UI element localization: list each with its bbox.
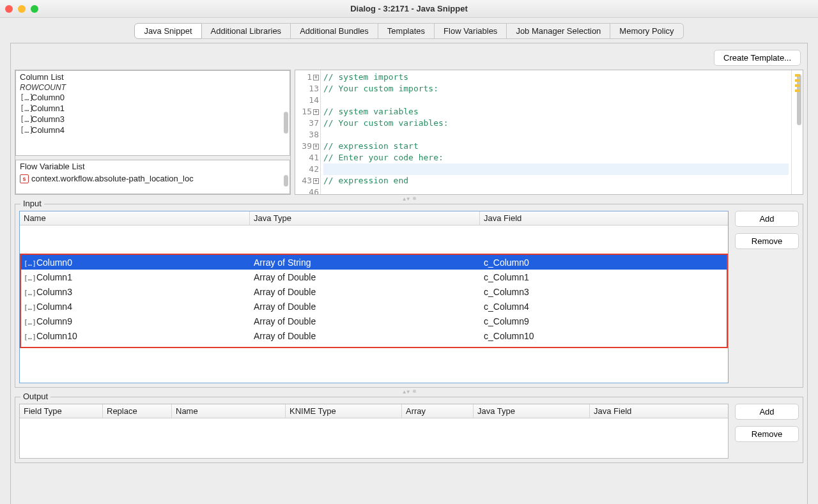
tab-job-manager-selection[interactable]: Job Manager Selection [507,23,610,39]
column-list-item[interactable]: […]Column4 [16,125,289,135]
output-header-replace[interactable]: Replace [103,404,172,418]
titlebar: Dialog - 3:2171 - Java Snippet [0,0,818,18]
code-line[interactable]: // Your custom imports: [323,83,789,95]
input-name: Column4 [36,302,72,312]
column-list-item[interactable]: […]Column0 [16,92,289,103]
output-header-java-type[interactable]: Java Type [474,404,590,418]
overview-ruler[interactable] [791,70,803,195]
input-java-type: Array of Double [250,316,480,326]
fold-icon[interactable]: + [313,109,319,115]
code-line[interactable]: // expression start [323,141,789,152]
input-java-type: Array of Double [250,272,480,282]
list-icon: […] [24,333,34,341]
input-java-field: c_Column0 [480,257,728,268]
code-line[interactable]: // Your custom variables: [323,118,789,129]
input-row[interactable]: […] Column10Array of Doublec_Column10 [20,328,728,343]
fold-icon[interactable]: + [313,144,319,149]
code-line[interactable]: // expression end [323,175,789,187]
fold-icon[interactable]: + [313,178,319,184]
code-line[interactable] [323,129,789,141]
list-icon: […] [20,104,29,113]
tab-additional-bundles[interactable]: Additional Bundles [291,23,378,39]
gutter-line[interactable]: 14 [297,95,319,106]
window-title: Dialog - 3:2171 - Java Snippet [0,4,818,13]
flow-variable-item[interactable]: scontext.workflow.absolute-path_location… [16,172,289,185]
editor-scrollbar[interactable] [797,74,801,125]
column-list-title: Column List [16,71,289,83]
input-legend: Input [20,199,44,208]
gutter-line[interactable]: 13 [297,83,319,95]
splitter-handle-top[interactable] [15,195,803,201]
gutter-line[interactable]: 39+ [297,141,319,152]
code-line[interactable]: // system imports [323,72,789,83]
output-header-knime-type[interactable]: KNIME Type [286,404,402,418]
input-row[interactable]: […] Column1Array of Doublec_Column1 [20,270,728,284]
gutter-line[interactable]: 42 [297,164,319,175]
input-java-field: c_Column9 [480,316,728,326]
input-table[interactable]: NameJava TypeJava Field […] Column0Array… [19,211,729,383]
column-name: Column0 [31,93,65,102]
output-legend: Output [20,392,50,401]
input-java-field: c_Column10 [480,331,728,341]
fold-icon[interactable]: + [313,75,319,80]
rowcount-label: ROWCOUNT [16,83,289,92]
column-list-item[interactable]: […]Column3 [16,114,289,125]
output-table[interactable]: Field TypeReplaceNameKNIME TypeArrayJava… [19,404,729,459]
gutter-line[interactable]: 15+ [297,106,319,118]
tab-bar: Java SnippetAdditional LibrariesAddition… [0,18,818,43]
code-line[interactable] [323,164,789,175]
gutter-line[interactable]: 37 [297,118,319,129]
output-remove-button[interactable]: Remove [735,426,799,442]
input-java-type: Array of String [250,257,480,268]
list-icon: […] [20,126,29,135]
tab-flow-variables[interactable]: Flow Variables [435,23,507,39]
code-editor[interactable]: 1+131415+373839+414243+46 // system impo… [295,70,803,195]
input-name: Column3 [36,287,72,297]
gutter-line[interactable]: 43+ [297,175,319,187]
column-name: Column1 [31,103,65,113]
input-row[interactable]: […] Column4Array of Doublec_Column4 [20,299,728,314]
gutter-line[interactable]: 46 [297,187,319,195]
input-row[interactable]: […] Column3Array of Doublec_Column3 [20,284,728,299]
flowvar-scrollbar[interactable] [284,175,288,187]
input-header-java-field[interactable]: Java Field [480,211,728,225]
gutter-line[interactable]: 38 [297,129,319,141]
gutter-line[interactable]: 41 [297,152,319,164]
list-icon: […] [20,115,29,124]
tab-java-snippet[interactable]: Java Snippet [134,23,201,39]
list-icon: […] [24,289,34,297]
code-line[interactable]: // system variables [323,106,789,118]
tab-templates[interactable]: Templates [378,23,435,39]
column-list-item[interactable]: […]Column1 [16,103,289,114]
splitter-handle-mid[interactable] [15,388,803,394]
output-header-field-type[interactable]: Field Type [20,404,103,418]
input-header-java-type[interactable]: Java Type [250,211,480,225]
gutter-line[interactable]: 1+ [297,72,319,83]
input-row[interactable]: […] Column0Array of Stringc_Column0 [20,255,728,270]
close-window-icon[interactable] [5,5,13,13]
tab-additional-libraries[interactable]: Additional Libraries [202,23,291,39]
content-area: Create Template... Column List ROWCOUNT … [10,43,808,504]
code-line[interactable]: // Enter your code here: [323,152,789,164]
output-add-button[interactable]: Add [735,404,799,420]
input-header-name[interactable]: Name [20,211,250,225]
create-template-button[interactable]: Create Template... [714,50,801,66]
output-header-name[interactable]: Name [172,404,286,418]
column-list-panel: Column List ROWCOUNT […]Column0[…]Column… [15,70,290,156]
input-row[interactable]: […] Column9Array of Doublec_Column9 [20,314,728,328]
list-icon: […] [24,303,34,312]
zoom-window-icon[interactable] [31,5,38,13]
input-remove-button[interactable]: Remove [735,233,799,249]
list-icon: […] [24,318,34,326]
output-header-java-field[interactable]: Java Field [590,404,728,418]
code-line[interactable] [323,95,789,106]
tab-memory-policy[interactable]: Memory Policy [610,23,683,39]
column-list-scrollbar[interactable] [284,112,288,134]
list-icon: […] [24,274,34,282]
input-name: Column0 [36,257,72,268]
input-add-button[interactable]: Add [735,211,799,227]
minimize-window-icon[interactable] [18,5,26,13]
input-name: Column9 [36,316,72,326]
code-line[interactable] [323,187,789,195]
output-header-array[interactable]: Array [402,404,474,418]
